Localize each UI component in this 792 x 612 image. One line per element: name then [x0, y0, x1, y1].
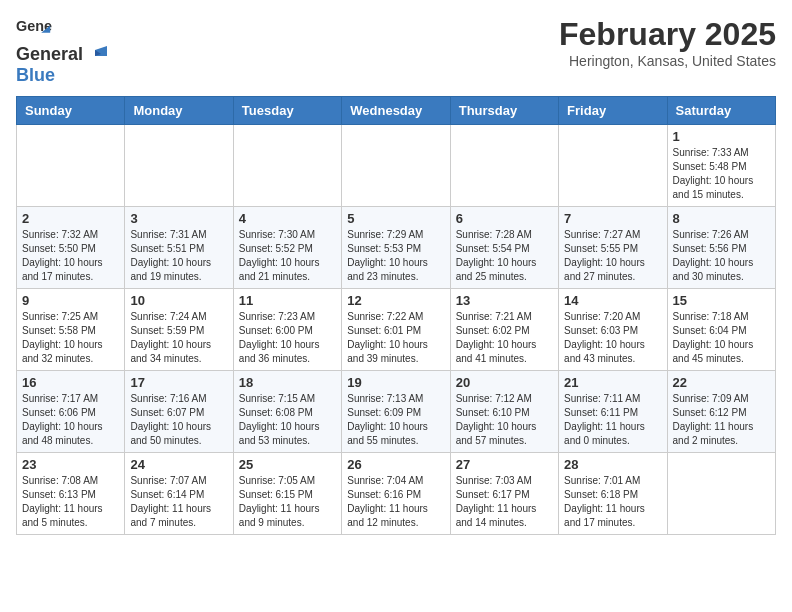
day-info: Sunrise: 7:21 AM Sunset: 6:02 PM Dayligh…	[456, 310, 553, 366]
day-number: 23	[22, 457, 119, 472]
day-number: 26	[347, 457, 444, 472]
calendar-cell: 19Sunrise: 7:13 AM Sunset: 6:09 PM Dayli…	[342, 371, 450, 453]
calendar-cell	[342, 125, 450, 207]
calendar-cell: 21Sunrise: 7:11 AM Sunset: 6:11 PM Dayli…	[559, 371, 667, 453]
calendar-cell: 5Sunrise: 7:29 AM Sunset: 5:53 PM Daylig…	[342, 207, 450, 289]
day-info: Sunrise: 7:07 AM Sunset: 6:14 PM Dayligh…	[130, 474, 227, 530]
calendar-cell: 2Sunrise: 7:32 AM Sunset: 5:50 PM Daylig…	[17, 207, 125, 289]
day-number: 10	[130, 293, 227, 308]
logo-bird-icon	[85, 46, 107, 64]
calendar-cell: 20Sunrise: 7:12 AM Sunset: 6:10 PM Dayli…	[450, 371, 558, 453]
day-number: 11	[239, 293, 336, 308]
day-info: Sunrise: 7:24 AM Sunset: 5:59 PM Dayligh…	[130, 310, 227, 366]
day-number: 24	[130, 457, 227, 472]
day-info: Sunrise: 7:16 AM Sunset: 6:07 PM Dayligh…	[130, 392, 227, 448]
day-info: Sunrise: 7:13 AM Sunset: 6:09 PM Dayligh…	[347, 392, 444, 448]
day-info: Sunrise: 7:01 AM Sunset: 6:18 PM Dayligh…	[564, 474, 661, 530]
logo-general: General	[16, 44, 83, 65]
calendar-cell	[17, 125, 125, 207]
day-number: 5	[347, 211, 444, 226]
day-info: Sunrise: 7:25 AM Sunset: 5:58 PM Dayligh…	[22, 310, 119, 366]
title-area: February 2025 Herington, Kansas, United …	[559, 16, 776, 69]
calendar-cell: 24Sunrise: 7:07 AM Sunset: 6:14 PM Dayli…	[125, 453, 233, 535]
day-info: Sunrise: 7:12 AM Sunset: 6:10 PM Dayligh…	[456, 392, 553, 448]
calendar-cell	[667, 453, 775, 535]
calendar-cell: 22Sunrise: 7:09 AM Sunset: 6:12 PM Dayli…	[667, 371, 775, 453]
day-info: Sunrise: 7:17 AM Sunset: 6:06 PM Dayligh…	[22, 392, 119, 448]
calendar-cell: 14Sunrise: 7:20 AM Sunset: 6:03 PM Dayli…	[559, 289, 667, 371]
calendar-cell	[233, 125, 341, 207]
day-number: 15	[673, 293, 770, 308]
calendar-cell: 15Sunrise: 7:18 AM Sunset: 6:04 PM Dayli…	[667, 289, 775, 371]
calendar-cell: 11Sunrise: 7:23 AM Sunset: 6:00 PM Dayli…	[233, 289, 341, 371]
calendar-cell: 25Sunrise: 7:05 AM Sunset: 6:15 PM Dayli…	[233, 453, 341, 535]
day-number: 18	[239, 375, 336, 390]
day-info: Sunrise: 7:20 AM Sunset: 6:03 PM Dayligh…	[564, 310, 661, 366]
day-number: 6	[456, 211, 553, 226]
calendar-cell: 27Sunrise: 7:03 AM Sunset: 6:17 PM Dayli…	[450, 453, 558, 535]
day-number: 14	[564, 293, 661, 308]
day-number: 3	[130, 211, 227, 226]
day-info: Sunrise: 7:03 AM Sunset: 6:17 PM Dayligh…	[456, 474, 553, 530]
logo: General General Blue	[16, 16, 109, 86]
day-info: Sunrise: 7:11 AM Sunset: 6:11 PM Dayligh…	[564, 392, 661, 448]
day-info: Sunrise: 7:05 AM Sunset: 6:15 PM Dayligh…	[239, 474, 336, 530]
day-number: 27	[456, 457, 553, 472]
logo-icon: General	[16, 16, 52, 44]
calendar-cell: 1Sunrise: 7:33 AM Sunset: 5:48 PM Daylig…	[667, 125, 775, 207]
logo-blue: Blue	[16, 65, 55, 85]
weekday-header-thursday: Thursday	[450, 97, 558, 125]
calendar-cell: 12Sunrise: 7:22 AM Sunset: 6:01 PM Dayli…	[342, 289, 450, 371]
calendar: SundayMondayTuesdayWednesdayThursdayFrid…	[16, 96, 776, 535]
calendar-cell: 16Sunrise: 7:17 AM Sunset: 6:06 PM Dayli…	[17, 371, 125, 453]
day-info: Sunrise: 7:18 AM Sunset: 6:04 PM Dayligh…	[673, 310, 770, 366]
calendar-cell: 6Sunrise: 7:28 AM Sunset: 5:54 PM Daylig…	[450, 207, 558, 289]
calendar-cell: 3Sunrise: 7:31 AM Sunset: 5:51 PM Daylig…	[125, 207, 233, 289]
day-info: Sunrise: 7:27 AM Sunset: 5:55 PM Dayligh…	[564, 228, 661, 284]
day-number: 7	[564, 211, 661, 226]
weekday-header-friday: Friday	[559, 97, 667, 125]
calendar-week-1: 1Sunrise: 7:33 AM Sunset: 5:48 PM Daylig…	[17, 125, 776, 207]
day-info: Sunrise: 7:08 AM Sunset: 6:13 PM Dayligh…	[22, 474, 119, 530]
page-header: General General Blue February 2025 Herin…	[16, 16, 776, 86]
day-info: Sunrise: 7:23 AM Sunset: 6:00 PM Dayligh…	[239, 310, 336, 366]
calendar-cell	[125, 125, 233, 207]
day-number: 17	[130, 375, 227, 390]
calendar-week-2: 2Sunrise: 7:32 AM Sunset: 5:50 PM Daylig…	[17, 207, 776, 289]
calendar-cell: 26Sunrise: 7:04 AM Sunset: 6:16 PM Dayli…	[342, 453, 450, 535]
day-number: 16	[22, 375, 119, 390]
calendar-cell: 28Sunrise: 7:01 AM Sunset: 6:18 PM Dayli…	[559, 453, 667, 535]
day-info: Sunrise: 7:30 AM Sunset: 5:52 PM Dayligh…	[239, 228, 336, 284]
calendar-week-5: 23Sunrise: 7:08 AM Sunset: 6:13 PM Dayli…	[17, 453, 776, 535]
calendar-cell: 4Sunrise: 7:30 AM Sunset: 5:52 PM Daylig…	[233, 207, 341, 289]
calendar-cell: 9Sunrise: 7:25 AM Sunset: 5:58 PM Daylig…	[17, 289, 125, 371]
month-title: February 2025	[559, 16, 776, 53]
day-info: Sunrise: 7:04 AM Sunset: 6:16 PM Dayligh…	[347, 474, 444, 530]
day-number: 19	[347, 375, 444, 390]
day-info: Sunrise: 7:28 AM Sunset: 5:54 PM Dayligh…	[456, 228, 553, 284]
calendar-week-4: 16Sunrise: 7:17 AM Sunset: 6:06 PM Dayli…	[17, 371, 776, 453]
day-info: Sunrise: 7:26 AM Sunset: 5:56 PM Dayligh…	[673, 228, 770, 284]
day-info: Sunrise: 7:31 AM Sunset: 5:51 PM Dayligh…	[130, 228, 227, 284]
day-info: Sunrise: 7:33 AM Sunset: 5:48 PM Dayligh…	[673, 146, 770, 202]
location: Herington, Kansas, United States	[559, 53, 776, 69]
day-number: 13	[456, 293, 553, 308]
day-number: 9	[22, 293, 119, 308]
day-number: 28	[564, 457, 661, 472]
weekday-header-tuesday: Tuesday	[233, 97, 341, 125]
day-number: 20	[456, 375, 553, 390]
day-info: Sunrise: 7:15 AM Sunset: 6:08 PM Dayligh…	[239, 392, 336, 448]
calendar-cell: 23Sunrise: 7:08 AM Sunset: 6:13 PM Dayli…	[17, 453, 125, 535]
day-number: 21	[564, 375, 661, 390]
calendar-cell: 10Sunrise: 7:24 AM Sunset: 5:59 PM Dayli…	[125, 289, 233, 371]
day-number: 12	[347, 293, 444, 308]
calendar-cell: 13Sunrise: 7:21 AM Sunset: 6:02 PM Dayli…	[450, 289, 558, 371]
day-info: Sunrise: 7:22 AM Sunset: 6:01 PM Dayligh…	[347, 310, 444, 366]
day-info: Sunrise: 7:32 AM Sunset: 5:50 PM Dayligh…	[22, 228, 119, 284]
calendar-cell: 18Sunrise: 7:15 AM Sunset: 6:08 PM Dayli…	[233, 371, 341, 453]
calendar-cell	[450, 125, 558, 207]
day-number: 8	[673, 211, 770, 226]
day-number: 1	[673, 129, 770, 144]
day-number: 25	[239, 457, 336, 472]
day-number: 22	[673, 375, 770, 390]
